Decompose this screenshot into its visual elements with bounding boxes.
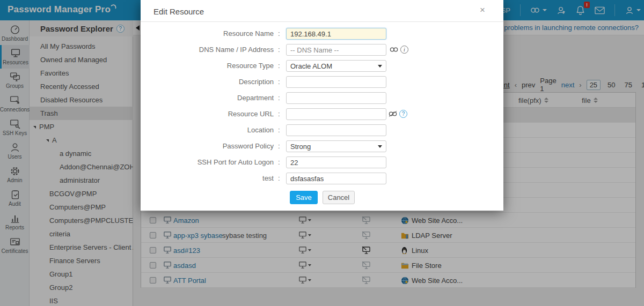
field-resource-url: Resource URL: ? [141,108,503,120]
field-ssh-port: SSH Port for Auto Logon: [141,156,503,168]
field-dns-name: DNS Name / IP Address: i [141,44,503,56]
dns-name-input[interactable] [286,44,386,56]
ssh-port-input[interactable] [286,156,386,168]
save-button[interactable]: Save [290,191,318,204]
field-resource-type: Resource Type: Oracle ALOM [141,60,503,72]
url-link-icon[interactable] [389,110,398,120]
field-password-policy: Password Policy: Strong [141,140,503,152]
field-resource-name: Resource Name: [141,28,503,40]
info-icon[interactable]: i [400,46,408,54]
modal-divider [141,21,503,22]
resource-name-input[interactable] [286,28,386,40]
description-input[interactable] [286,76,386,88]
location-input[interactable] [286,124,386,136]
chevron-down-icon [378,145,382,148]
dns-link-icon[interactable] [390,46,399,55]
field-location: Location: [141,124,503,136]
help-icon[interactable]: ? [399,110,407,118]
resource-type-select[interactable]: Oracle ALOM [286,60,386,72]
test-input[interactable] [286,173,386,184]
edit-resource-modal: Edit Resource × Resource Name: DNS Name … [141,0,503,211]
field-description: Description: [141,76,503,88]
password-policy-select[interactable]: Strong [286,140,386,152]
field-department: Department: [141,92,503,104]
field-test: test: [141,173,503,184]
app-screen: Password Manager Pro MSP ! [0,0,644,306]
department-input[interactable] [286,92,386,104]
close-icon[interactable]: × [480,5,485,16]
modal-title: Edit Resource [153,7,204,16]
chevron-down-icon [378,65,382,68]
resource-url-input[interactable] [286,108,386,120]
cancel-button[interactable]: Cancel [323,191,355,204]
